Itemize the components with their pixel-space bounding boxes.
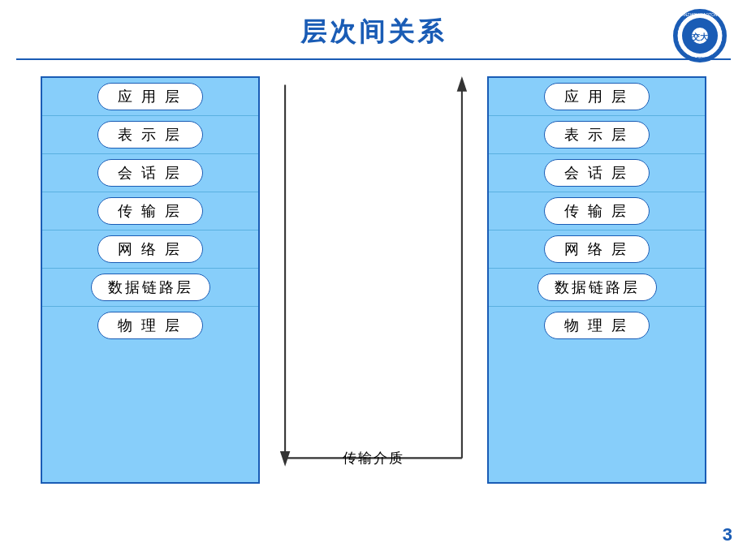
svg-marker-10 — [457, 76, 467, 92]
right-layer-row-1: 应 用 层 — [489, 78, 705, 116]
logo: 交大 LANZHOU JIAOTONG UNIVERSITY — [672, 8, 728, 63]
left-layer-row-4: 传 输 层 — [42, 192, 258, 230]
svg-text:UNIVERSITY: UNIVERSITY — [688, 56, 713, 61]
svg-text:LANZHOU JIAOTONG: LANZHOU JIAOTONG — [680, 12, 721, 17]
left-layer-pill-6: 数据链路层 — [91, 274, 210, 301]
left-layer-pill-3: 会 话 层 — [97, 159, 203, 187]
right-layer-row-7: 物 理 层 — [489, 307, 705, 344]
right-layer-pill-5: 网 络 层 — [544, 235, 650, 263]
right-layer-row-6: 数据链路层 — [489, 269, 705, 307]
right-layer-pill-1: 应 用 层 — [544, 83, 650, 110]
left-layer-pill-1: 应 用 层 — [97, 83, 203, 110]
left-layer-pill-2: 表 示 层 — [97, 121, 203, 149]
arrows-svg — [260, 76, 487, 484]
right-layer-pill-6: 数据链路层 — [538, 274, 657, 301]
left-stack: 应 用 层 表 示 层 会 话 层 传 输 层 网 络 层 数据链路层 — [41, 76, 260, 484]
right-layer-pill-4: 传 输 层 — [544, 197, 650, 225]
page-title: 层次间关系 — [300, 15, 447, 50]
right-layer-pill-2: 表 示 层 — [544, 121, 650, 149]
right-layer-row-4: 传 输 层 — [489, 192, 705, 230]
svg-text:交大: 交大 — [692, 32, 709, 41]
middle-area: 传输介质 — [260, 76, 487, 484]
left-layer-row-3: 会 话 层 — [42, 154, 258, 192]
right-layer-row-3: 会 话 层 — [489, 154, 705, 192]
right-layer-row-5: 网 络 层 — [489, 230, 705, 269]
left-layer-row-6: 数据链路层 — [42, 269, 258, 307]
left-layer-row-7: 物 理 层 — [42, 307, 258, 344]
left-layer-pill-5: 网 络 层 — [97, 235, 203, 263]
header-divider — [16, 58, 731, 60]
left-layer-row-1: 应 用 层 — [42, 78, 258, 116]
right-layer-row-2: 表 示 层 — [489, 116, 705, 154]
right-stack: 应 用 层 表 示 层 会 话 层 传 输 层 网 络 层 数据链路层 — [487, 76, 706, 484]
left-layer-pill-4: 传 输 层 — [97, 197, 203, 225]
left-layer-row-5: 网 络 层 — [42, 230, 258, 269]
right-layer-pill-3: 会 话 层 — [544, 159, 650, 187]
medium-label: 传输介质 — [343, 449, 404, 467]
page-number: 3 — [723, 524, 732, 545]
right-layer-pill-7: 物 理 层 — [544, 312, 650, 339]
left-layer-pill-7: 物 理 层 — [97, 312, 203, 339]
left-layer-row-2: 表 示 层 — [42, 116, 258, 154]
header: 层次间关系 交大 LANZHOU JIAOTONG UNIVERSITY — [0, 0, 747, 58]
